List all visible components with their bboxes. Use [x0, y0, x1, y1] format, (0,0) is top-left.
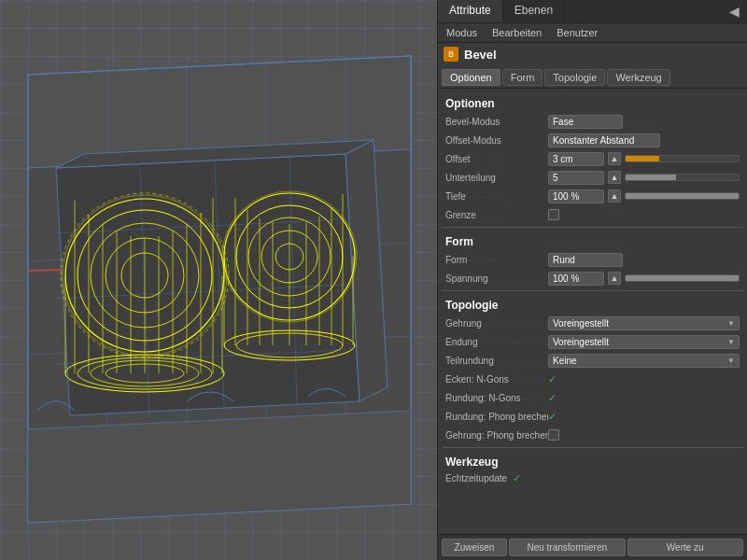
rundung-phong-value[interactable]: ✓	[548, 411, 740, 423]
gehrung-dropdown[interactable]: Voreingestellt ▼	[548, 316, 740, 330]
menu-benutzer[interactable]: Benutzer	[554, 26, 600, 39]
label-gehrung: Gehrung · · · · · · · · · · · ·	[445, 318, 548, 329]
gehrung-phong-check[interactable]	[548, 429, 559, 441]
row-unterteilung: Unterteilung 5 ▲	[442, 168, 743, 187]
offset-modus-value[interactable]: Konstanter Abstand	[548, 133, 660, 147]
bevel-header: B Bevel	[438, 43, 747, 65]
label-tiefe: Tiefe · · · · · · · ·	[445, 191, 548, 202]
offset-up[interactable]: ▲	[608, 152, 621, 165]
row-endung: Endung · · · · · · · · · · · · · Voreing…	[442, 332, 743, 351]
label-spannung: Spannung	[445, 273, 548, 284]
label-form: Form · · · · · ·	[445, 255, 548, 265]
tab-ebenen[interactable]: Ebenen	[503, 0, 565, 22]
echzeit-label: Echtzeitupdate	[445, 473, 507, 483]
rundung-ngons-value[interactable]: ✓	[548, 392, 740, 404]
ecken-ngons-check[interactable]: ✓	[548, 373, 557, 385]
section-topologie: Topologie	[442, 294, 743, 314]
bevel-icon: B	[444, 47, 458, 62]
menu-bearbeiten[interactable]: Bearbeiten	[489, 26, 544, 39]
tiefe-slider[interactable]	[625, 192, 740, 200]
sub-tabs: Optionen Form Topologie Werkzeug	[438, 65, 747, 89]
row-ecken-ngons: Ecken: N-Gons · · · · · · · · · ✓	[442, 370, 743, 388]
menu-modus[interactable]: Modus	[444, 26, 480, 39]
label-offset-modus: Offset-Modus	[445, 135, 548, 146]
row-gehrung: Gehrung · · · · · · · · · · · · Voreinge…	[442, 314, 743, 332]
offset-value[interactable]: 3 cm	[548, 152, 604, 166]
bevel-modus-value[interactable]: Fase	[548, 115, 623, 129]
tab-attribute[interactable]: Attribute	[438, 0, 503, 22]
zuweisen-button[interactable]: Zuweisen	[442, 539, 507, 556]
tiefe-slider-fill	[626, 193, 739, 199]
row-rundung-phong: Rundung: Phong brechen ✓	[442, 407, 743, 426]
grenze-value	[548, 209, 740, 220]
teilrundung-dropdown-arrow: ▼	[727, 357, 735, 365]
werte-zu-button[interactable]: Werte zu	[627, 539, 744, 556]
gehrung-dropdown-arrow: ▼	[727, 319, 735, 328]
svg-marker-16	[56, 154, 359, 415]
rundung-ngons-check[interactable]: ✓	[548, 392, 557, 403]
spannung-slider[interactable]	[625, 274, 740, 282]
viewport-3d[interactable]	[0, 0, 437, 560]
subtab-werkzeug[interactable]: Werkzeug	[607, 69, 669, 86]
label-bevel-modus: Bevel-Modus	[445, 117, 548, 127]
unterteilung-value[interactable]: 5	[548, 171, 604, 185]
subtab-form[interactable]: Form	[502, 69, 543, 86]
label-unterteilung: Unterteilung	[445, 173, 548, 183]
spannung-value[interactable]: 100 %	[548, 272, 604, 286]
offset-slider-fill	[626, 156, 659, 161]
echzeit-row: Echtzeitupdate ✓	[442, 470, 743, 486]
teilrundung-value[interactable]: Keine ▼	[548, 354, 740, 368]
row-offset: Offset · · · · · · · 3 cm ▲	[442, 149, 743, 168]
row-spannung: Spannung 100 % ▲	[442, 269, 743, 287]
unterteilung-input-row: 5 ▲	[548, 171, 740, 185]
form-value[interactable]: Rund	[548, 253, 740, 267]
row-form: Form · · · · · · Rund	[442, 250, 743, 269]
panel-arrow[interactable]: ◀	[722, 0, 747, 22]
label-teilrundung: Teilrundung · · · · · · · · · ·	[445, 356, 548, 366]
gehrung-dropdown-value: Voreingestellt	[553, 318, 609, 329]
unterteilung-up[interactable]: ▲	[608, 171, 621, 184]
teilrundung-dropdown-value: Keine	[553, 356, 577, 366]
spannung-input-row: 100 % ▲	[548, 272, 740, 286]
endung-dropdown-value: Voreingestellt	[553, 337, 609, 347]
endung-dropdown[interactable]: Voreingestellt ▼	[548, 335, 740, 349]
form-val[interactable]: Rund	[548, 253, 623, 267]
label-offset: Offset · · · · · · ·	[445, 154, 548, 164]
row-teilrundung: Teilrundung · · · · · · · · · · Keine ▼	[442, 351, 743, 370]
label-ecken-ngons: Ecken: N-Gons · · · · · · · · ·	[445, 374, 548, 385]
tiefe-value[interactable]: 100 %	[548, 189, 604, 203]
spannung-up[interactable]: ▲	[608, 272, 621, 285]
offset-slider[interactable]	[625, 155, 740, 162]
value-bevel-modus[interactable]: Fase	[548, 115, 740, 129]
subtab-topologie[interactable]: Topologie	[544, 69, 605, 86]
tiefe-input-row: 100 % ▲	[548, 189, 740, 203]
rundung-phong-check[interactable]: ✓	[548, 411, 557, 422]
value-offset-modus[interactable]: Konstanter Abstand	[548, 133, 740, 147]
endung-value[interactable]: Voreingestellt ▼	[548, 335, 740, 349]
gehrung-value[interactable]: Voreingestellt ▼	[548, 316, 740, 330]
teilrundung-dropdown[interactable]: Keine ▼	[548, 354, 740, 368]
grenze-checkbox[interactable]	[548, 209, 559, 220]
neu-transformieren-button[interactable]: Neu transformieren	[509, 539, 626, 556]
label-gehrung-phong: Gehrung: Phong brechen	[445, 430, 548, 441]
ecken-ngons-value[interactable]: ✓	[548, 373, 740, 385]
bottom-bar: Zuweisen Neu transformieren Werte zu	[438, 534, 747, 560]
tiefe-up[interactable]: ▲	[608, 189, 621, 203]
subtab-optionen[interactable]: Optionen	[442, 69, 500, 86]
section-form: Form	[442, 231, 743, 250]
unterteilung-slider[interactable]	[625, 174, 740, 181]
row-bevel-modus: Bevel-Modus Fase	[442, 112, 743, 131]
spannung-slider-fill	[626, 275, 739, 281]
top-tabs: Attribute Ebenen ◀	[438, 0, 747, 23]
svg-marker-15	[28, 411, 411, 523]
gehrung-phong-value[interactable]	[548, 429, 740, 441]
label-grenze: Grenze · · · · · ·	[445, 210, 548, 220]
section-werkzeug: Werkzeug	[442, 451, 743, 470]
endung-dropdown-arrow: ▼	[727, 338, 735, 346]
echzeit-check[interactable]: ✓	[513, 472, 521, 484]
row-grenze: Grenze · · · · · ·	[442, 205, 743, 224]
bevel-title: Bevel	[464, 48, 497, 62]
label-rundung-ngons: Rundung: N-Gons · · · · · ·	[445, 393, 548, 403]
section-optionen: Optionen	[442, 92, 743, 112]
row-gehrung-phong: Gehrung: Phong brechen	[442, 426, 743, 444]
